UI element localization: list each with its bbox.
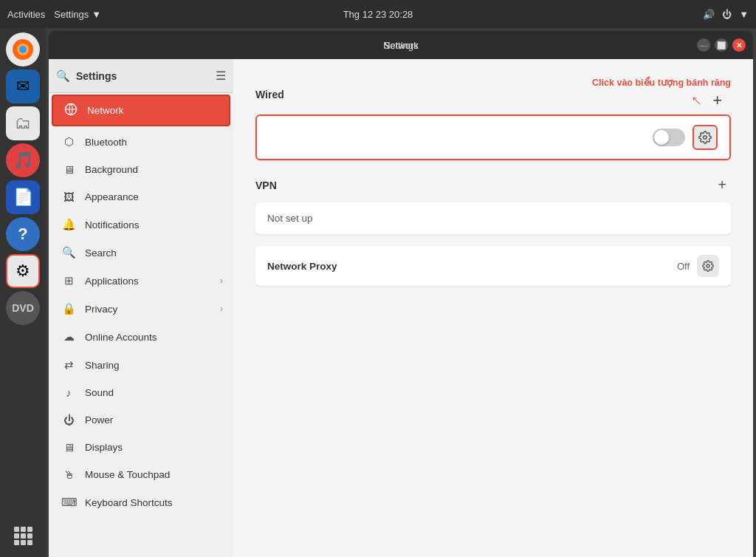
minimize-button[interactable]: — [697,38,710,52]
vpn-empty-card: Not set up [255,202,731,234]
sidebar-item-mouse-touchpad[interactable]: 🖱 Mouse & Touchpad [49,461,233,488]
annotation-text: Click vào biểu tượng bánh răng [592,77,731,88]
activities-button[interactable]: Activities [7,9,45,20]
sidebar-header: 🔍 Settings ☰ [49,59,233,93]
wired-gear-button[interactable] [693,125,718,150]
close-button[interactable]: ✕ [732,38,746,52]
appearance-icon: 🖼 [61,191,76,203]
vpn-add-button[interactable]: + [713,175,731,195]
sidebar-title: Settings [76,70,210,82]
power-icon: ⏻ [61,414,76,426]
wired-section-header: Wired Click vào biểu tượng bánh răng → + [255,77,731,112]
proxy-status: Off [677,261,690,272]
sidebar-search-icon: 🔍 [56,69,70,83]
rhythmbox-dock-item[interactable]: 🎵 [6,143,40,177]
files-dock-item[interactable]: 🗂 [6,106,40,140]
power-icon: ⏻ [722,9,732,20]
sidebar-label-displays: Displays [85,442,123,453]
sidebar-label-sharing: Sharing [85,360,120,371]
proxy-gear-button[interactable] [697,255,719,277]
wired-network-card [255,115,731,160]
svg-rect-5 [27,527,32,532]
sidebar-item-keyboard-shortcuts[interactable]: ⌨ Keyboard Shortcuts [49,488,233,516]
online-accounts-icon: ☁ [61,330,76,344]
svg-rect-7 [21,533,26,539]
svg-rect-9 [14,540,19,545]
vpn-label: VPN [255,180,277,191]
svg-rect-6 [14,533,19,539]
volume-icon: 🔊 [703,9,715,20]
sidebar-item-sound[interactable]: ♪ Sound [49,379,233,406]
applications-arrow: › [220,276,223,286]
sidebar-label-mouse-touchpad: Mouse & Touchpad [85,469,170,480]
svg-rect-11 [27,540,32,545]
sidebar-label-power: Power [85,414,113,426]
wired-toggle[interactable] [653,129,685,146]
application-dock: ✉ 🗂 🎵 📄 ? ⚙ DVD [0,28,46,557]
applications-icon: ⊞ [61,274,76,287]
toggle-knob [654,130,669,145]
window-controls: — ⬜ ✕ [697,38,746,52]
sidebar-label-applications: Applications [85,276,139,287]
background-icon: 🖥 [61,163,76,176]
sidebar-item-privacy[interactable]: 🔒 Privacy › [49,295,233,323]
wired-add-button[interactable]: + [708,89,726,112]
svg-point-14 [707,264,709,267]
sidebar-label-bluetooth: Bluetooth [85,137,127,148]
writer-dock-item[interactable]: 📄 [6,180,40,214]
settings-dock-item[interactable]: ⚙ [6,254,40,288]
sidebar-label-privacy: Privacy [85,304,117,315]
settings-body: 🔍 Settings ☰ Network ⬡ Bluetooth [49,59,753,557]
window-title: Settings [384,40,419,51]
dvd-dock-item[interactable]: DVD [6,291,40,325]
proxy-card: Network Proxy Off [255,246,731,286]
privacy-arrow: › [220,304,223,314]
window-titlebar: Settings — ⬜ ✕ [49,31,753,59]
bluetooth-icon: ⬡ [61,135,76,148]
sidebar-menu-icon[interactable]: ☰ [216,69,226,83]
sidebar-item-online-accounts[interactable]: ☁ Online Accounts [49,323,233,351]
sidebar-label-background: Background [85,164,138,175]
sidebar-item-network[interactable]: Network [52,95,230,126]
svg-point-13 [704,136,707,140]
keyboard-icon: ⌨ [61,496,76,509]
maximize-button[interactable]: ⬜ [715,38,728,52]
wired-label: Wired [255,89,284,100]
thunderbird-dock-item[interactable]: ✉ [6,69,40,103]
sidebar-item-displays[interactable]: 🖥 Displays [49,434,233,461]
svg-rect-4 [21,527,26,532]
svg-rect-8 [27,533,32,539]
mouse-icon: 🖱 [61,468,76,481]
sidebar-item-bluetooth[interactable]: ⬡ Bluetooth [49,128,233,156]
sidebar-item-applications[interactable]: ⊞ Applications › [49,267,233,295]
network-content: Wired Click vào biểu tượng bánh răng → + [233,59,753,557]
sidebar-item-background[interactable]: 🖥 Background [49,156,233,183]
sidebar-item-sharing[interactable]: ⇄ Sharing [49,351,233,379]
sidebar-label-keyboard-shortcuts: Keyboard Shortcuts [85,497,173,508]
sidebar-label-online-accounts: Online Accounts [85,332,157,343]
sharing-icon: ⇄ [61,358,76,372]
sidebar-item-notifications[interactable]: 🔔 Notifications [49,211,233,239]
sidebar-label-notifications: Notifications [85,219,140,230]
apps-grid-dock-item[interactable] [6,519,40,553]
help-dock-item[interactable]: ? [6,217,40,251]
firefox-dock-item[interactable] [6,33,40,66]
sidebar-label-sound: Sound [85,387,114,398]
displays-icon: 🖥 [61,441,76,454]
settings-sidebar: 🔍 Settings ☰ Network ⬡ Bluetooth [49,59,233,557]
sidebar-item-search[interactable]: 🔍 Search [49,239,233,267]
settings-menu-arrow: ▼ [92,9,101,20]
proxy-label: Network Proxy [267,261,677,272]
privacy-icon: 🔒 [61,302,76,315]
system-menu-arrow[interactable]: ▼ [739,9,749,20]
sidebar-item-appearance[interactable]: 🖼 Appearance [49,183,233,211]
proxy-section: Network Proxy Off [255,246,731,286]
settings-window: Settings — ⬜ ✕ 🔍 Settings ☰ [49,31,753,557]
sidebar-label-appearance: Appearance [85,191,139,202]
notifications-icon: 🔔 [61,218,76,231]
sidebar-item-power[interactable]: ⏻ Power [49,406,233,434]
settings-menu-button[interactable]: Settings ▼ [54,9,101,20]
sidebar-label-search: Search [85,247,117,259]
datetime-display: Thg 12 23 20:28 [343,9,413,20]
vpn-empty-text: Not set up [267,213,313,224]
